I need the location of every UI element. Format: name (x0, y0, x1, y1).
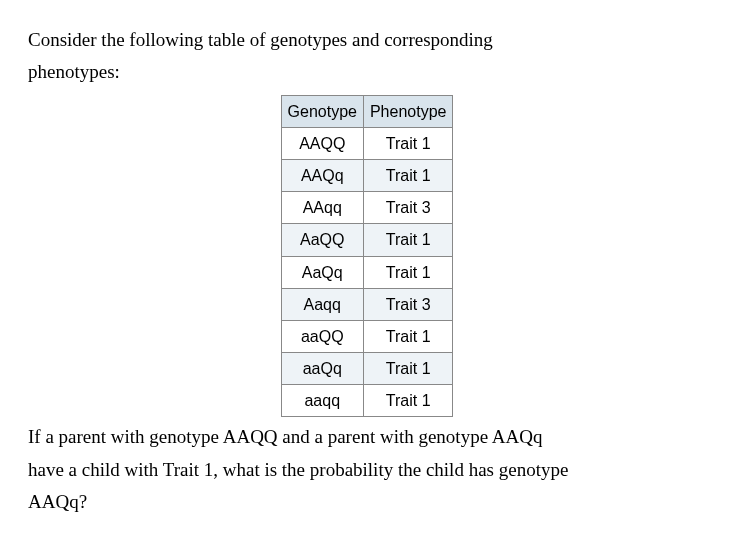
header-phenotype: Phenotype (363, 95, 453, 127)
cell-genotype: aaQQ (281, 320, 363, 352)
question-line-2: have a child with Trait 1, what is the p… (28, 459, 568, 480)
cell-genotype: AAQq (281, 159, 363, 191)
cell-phenotype: Trait 1 (363, 320, 453, 352)
question-text: If a parent with genotype AAQQ and a par… (28, 421, 706, 518)
cell-phenotype: Trait 3 (363, 192, 453, 224)
table-container: Genotype Phenotype AAQQ Trait 1 AAQq Tra… (28, 95, 706, 418)
cell-genotype: AAqq (281, 192, 363, 224)
cell-phenotype: Trait 1 (363, 385, 453, 417)
question-line-3: AAQq? (28, 491, 87, 512)
cell-genotype: Aaqq (281, 288, 363, 320)
table-row: AAQQ Trait 1 (281, 127, 453, 159)
cell-phenotype: Trait 1 (363, 353, 453, 385)
cell-genotype: AaQq (281, 256, 363, 288)
table-row: aaQq Trait 1 (281, 353, 453, 385)
genotype-phenotype-table: Genotype Phenotype AAQQ Trait 1 AAQq Tra… (281, 95, 454, 418)
cell-phenotype: Trait 3 (363, 288, 453, 320)
intro-line-1: Consider the following table of genotype… (28, 29, 493, 50)
table-body: AAQQ Trait 1 AAQq Trait 1 AAqq Trait 3 A… (281, 127, 453, 417)
table-row: AaQQ Trait 1 (281, 224, 453, 256)
table-row: AAQq Trait 1 (281, 159, 453, 191)
cell-phenotype: Trait 1 (363, 159, 453, 191)
intro-line-2: phenotypes: (28, 61, 120, 82)
table-row: AAqq Trait 3 (281, 192, 453, 224)
header-genotype: Genotype (281, 95, 363, 127)
intro-text: Consider the following table of genotype… (28, 24, 706, 89)
cell-genotype: aaQq (281, 353, 363, 385)
cell-phenotype: Trait 1 (363, 127, 453, 159)
cell-genotype: AaQQ (281, 224, 363, 256)
cell-phenotype: Trait 1 (363, 256, 453, 288)
cell-genotype: aaqq (281, 385, 363, 417)
table-header-row: Genotype Phenotype (281, 95, 453, 127)
table-row: aaQQ Trait 1 (281, 320, 453, 352)
cell-genotype: AAQQ (281, 127, 363, 159)
table-row: Aaqq Trait 3 (281, 288, 453, 320)
question-line-1: If a parent with genotype AAQQ and a par… (28, 426, 542, 447)
table-row: aaqq Trait 1 (281, 385, 453, 417)
table-row: AaQq Trait 1 (281, 256, 453, 288)
cell-phenotype: Trait 1 (363, 224, 453, 256)
